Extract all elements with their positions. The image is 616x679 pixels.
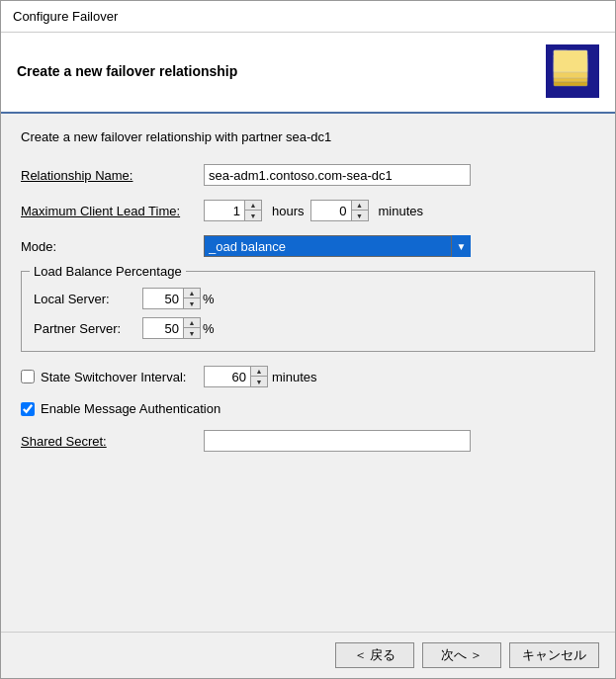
partner-server-label: Partner Server:: [34, 321, 142, 336]
state-switchover-spinner-buttons: ▲ ▼: [251, 366, 268, 387]
mode-select-wrap: _oad balance Hot standby ▼: [204, 235, 471, 257]
mode-row: Mode: _oad balance Hot standby ▼: [21, 235, 595, 257]
minutes-label: minutes: [379, 204, 424, 218]
partner-server-row: Partner Server: ▲ ▼ %: [34, 317, 582, 339]
svg-rect-5: [554, 50, 587, 72]
mode-select[interactable]: _oad balance Hot standby: [204, 235, 471, 257]
state-switchover-minutes-label: minutes: [272, 370, 317, 384]
state-switchover-checkbox[interactable]: [21, 370, 35, 383]
local-server-down-button[interactable]: ▼: [184, 298, 200, 308]
state-switchover-spinner: ▲ ▼: [204, 366, 268, 387]
lead-time-inputs: ▲ ▼ hours ▲ ▼ minutes: [204, 200, 423, 221]
load-balance-group: Load Balance Percentage Local Server: ▲ …: [21, 271, 595, 352]
local-server-up-button[interactable]: ▲: [184, 289, 200, 298]
hours-down-button[interactable]: ▼: [245, 211, 261, 220]
max-client-lead-time-row: Maximum Client Lead Time: ▲ ▼ hours ▲ ▼: [21, 200, 595, 221]
partner-server-spinner: ▲ ▼: [142, 317, 201, 339]
state-switchover-up-button[interactable]: ▲: [251, 367, 267, 377]
relationship-name-row: Relationship Name:: [21, 164, 595, 186]
hours-up-button[interactable]: ▲: [245, 201, 261, 211]
enable-message-auth-label: Enable Message Authentication: [41, 401, 220, 416]
enable-message-auth-checkbox[interactable]: [21, 402, 35, 416]
shared-secret-input[interactable]: [204, 430, 471, 452]
hours-label: hours: [272, 204, 305, 218]
state-switchover-check-label: State Switchover Interval:: [21, 370, 204, 384]
description-text: Create a new failover relationship with …: [21, 129, 595, 144]
header-icon: [546, 44, 599, 98]
load-balance-group-legend: Load Balance Percentage: [30, 264, 186, 279]
partner-server-input[interactable]: [142, 317, 184, 339]
hours-spinner-buttons: ▲ ▼: [245, 200, 262, 221]
minutes-down-button[interactable]: ▼: [352, 211, 368, 220]
title-bar: Configure Failover: [1, 1, 615, 33]
local-server-percent: %: [203, 292, 215, 306]
minutes-spinner: ▲ ▼: [310, 200, 369, 221]
local-server-spinner: ▲ ▼: [142, 288, 201, 309]
back-button[interactable]: ＜ 戻る: [335, 642, 414, 668]
state-switchover-input[interactable]: [204, 366, 251, 387]
header-title: Create a new failover relationship: [17, 63, 237, 79]
local-server-spinner-buttons: ▲ ▼: [184, 288, 201, 309]
mode-label: Mode:: [21, 239, 204, 254]
footer: ＜ 戻る 次へ ＞ キャンセル: [1, 632, 615, 678]
local-server-label: Local Server:: [34, 292, 142, 306]
state-switchover-row: State Switchover Interval: ▲ ▼ minutes: [21, 366, 595, 387]
local-server-row: Local Server: ▲ ▼ %: [34, 288, 582, 309]
dialog-title: Configure Failover: [13, 9, 118, 24]
max-client-lead-time-label: Maximum Client Lead Time:: [21, 204, 204, 218]
partner-server-spinner-buttons: ▲ ▼: [184, 317, 201, 339]
cancel-button[interactable]: キャンセル: [509, 642, 599, 668]
hours-spinner: ▲ ▼: [204, 200, 262, 221]
partner-server-up-button[interactable]: ▲: [184, 318, 200, 328]
state-switchover-down-button[interactable]: ▼: [251, 377, 267, 386]
local-server-input[interactable]: [142, 288, 184, 309]
enable-message-auth-row: Enable Message Authentication: [21, 401, 595, 416]
shared-secret-label: Shared Secret:: [21, 434, 204, 449]
shared-secret-row: Shared Secret:: [21, 430, 595, 452]
relationship-name-label: Relationship Name:: [21, 168, 204, 183]
header-section: Create a new failover relationship: [1, 33, 615, 114]
relationship-name-input[interactable]: [204, 164, 471, 186]
minutes-up-button[interactable]: ▲: [352, 201, 368, 211]
next-button[interactable]: 次へ ＞: [422, 642, 501, 668]
minutes-input[interactable]: [310, 200, 352, 221]
hours-input[interactable]: [204, 200, 245, 221]
content-area: Create a new failover relationship with …: [1, 114, 615, 632]
state-switchover-label: State Switchover Interval:: [41, 370, 186, 384]
partner-server-percent: %: [203, 321, 215, 336]
minutes-spinner-buttons: ▲ ▼: [352, 200, 369, 221]
configure-failover-dialog: Configure Failover Create a new failover…: [0, 0, 616, 679]
partner-server-down-button[interactable]: ▼: [184, 328, 200, 338]
